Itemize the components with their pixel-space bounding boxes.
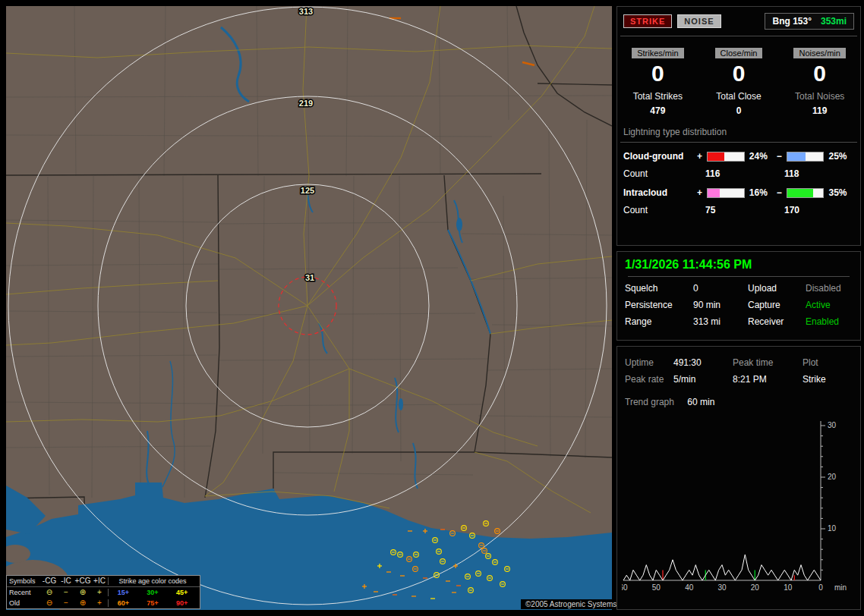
intracloud-neg-count: 170 [784, 205, 799, 215]
svg-text:0: 0 [818, 583, 823, 592]
age-code-75: 75+ [138, 599, 168, 607]
upload-value: Disabled [806, 283, 853, 294]
strike-stats-panel: STRIKE NOISE Bng 153° 353mi Strikes/min … [616, 6, 861, 246]
capture-value: Active [806, 300, 853, 310]
age-code-45: 45+ [167, 589, 197, 596]
legend-row-old: Old [7, 599, 41, 607]
squelch-label: Squelch [625, 283, 693, 294]
intracloud-pos-bar [707, 188, 744, 198]
persistence-label: Persistence [625, 300, 693, 310]
minus-sign: − [774, 151, 784, 162]
status-row: Persistence 90 min Capture Active [625, 300, 853, 310]
total-close-value: 0 [698, 105, 780, 116]
cloud-ground-count-row: Count 116 118 [617, 168, 860, 179]
trend-graph-label: Trend graph [625, 397, 674, 407]
intracloud-pos-count: 75 [705, 205, 784, 215]
uptime-value: 491:30 [673, 357, 733, 368]
uptime-label: Uptime [625, 357, 673, 368]
age-code-30: 30+ [138, 589, 168, 596]
cloud-ground-neg-count: 118 [784, 168, 799, 179]
range-label: Range [625, 316, 693, 327]
plot-label: Plot [803, 357, 853, 368]
total-strikes-value: 479 [617, 105, 698, 116]
bearing-distance: 353mi [821, 16, 847, 27]
divider [620, 36, 857, 36]
old-pos-cg-symbol: ⊕ [74, 599, 91, 607]
plus-sign: + [695, 187, 705, 198]
bar-fill [708, 152, 724, 161]
legend-symbols-title: Symbols [7, 577, 41, 585]
intracloud-count-row: Count 75 170 [617, 205, 860, 215]
noises-per-min-label: Noises/min [793, 48, 845, 58]
noises-per-min-group: Noises/min 0 [779, 46, 860, 86]
peak-time-value: 8:21 PM [733, 374, 803, 385]
copyright-text: ©2005 Astrogenic Systems [521, 599, 621, 609]
recent-neg-cg-symbol: ⊖ [41, 589, 58, 596]
upload-label: Upload [748, 283, 806, 294]
trend-graph-header: Trend graph 60 min [625, 397, 853, 407]
symbols-legend: Symbols -CG -IC +CG +IC Strike age color… [6, 575, 200, 609]
cloud-ground-neg-pct: 25% [828, 151, 854, 162]
recent-neg-ic-symbol: − [58, 589, 74, 596]
divider [628, 276, 850, 277]
stat-row: Uptime 491:30 Peak time Plot [625, 357, 853, 368]
status-row: Squelch 0 Upload Disabled [625, 283, 853, 294]
ring-label-219: 219 [299, 99, 313, 108]
capture-label: Capture [748, 300, 806, 310]
svg-text:30: 30 [717, 583, 727, 592]
svg-text:30: 30 [828, 421, 837, 429]
recent-pos-cg-symbol: ⊕ [74, 589, 91, 596]
intracloud-neg-pct: 35% [828, 187, 854, 198]
svg-text:20: 20 [828, 473, 837, 481]
svg-text:50: 50 [652, 583, 661, 592]
datetime-display: 1/31/2026 11:44:56 PM [625, 258, 853, 272]
legend-col-pos-cg: +CG [74, 577, 91, 585]
distribution-heading: Lightning type distribution [623, 127, 854, 137]
count-label: Count [623, 205, 705, 215]
svg-text:20: 20 [751, 583, 760, 592]
old-pos-ic-symbol: + [91, 599, 108, 607]
svg-text:min: min [834, 583, 847, 592]
svg-text:40: 40 [685, 583, 694, 592]
divider [620, 142, 857, 143]
intracloud-pos-pct: 16% [749, 187, 775, 198]
trend-graph: 3020106050403020100min [622, 420, 850, 598]
status-row: Range 313 mi Receiver Enabled [625, 316, 853, 327]
strikes-per-min-group: Strikes/min 0 [617, 46, 698, 86]
recent-pos-ic-symbol: + [91, 589, 108, 596]
legend-age-title: Strike age color codes [109, 577, 197, 585]
legend-col-pos-ic: +IC [91, 577, 108, 585]
bar-fill [787, 189, 813, 197]
bar-fill [787, 152, 806, 161]
map-canvas[interactable]: 313 219 125 31 [6, 6, 612, 610]
peak-rate-value: 5/min [673, 374, 733, 385]
age-code-15: 15+ [109, 589, 138, 596]
squelch-value: 0 [693, 283, 748, 294]
legend-col-neg-cg: -CG [41, 577, 58, 585]
total-strikes-label: Total Strikes [617, 91, 698, 102]
strike-button[interactable]: STRIKE [623, 14, 672, 28]
svg-text:60: 60 [622, 583, 628, 592]
close-per-min-group: Close/min 0 [698, 46, 780, 86]
ring-label-31: 31 [305, 273, 314, 282]
legend-col-neg-ic: -IC [58, 577, 74, 585]
intracloud-row: Intracloud + 16% − 35% [617, 187, 860, 198]
noise-button[interactable]: NOISE [677, 14, 721, 28]
total-close-label: Total Close [698, 91, 780, 102]
total-noises-label: Total Noises [779, 91, 860, 102]
strikes-per-min-value: 0 [617, 61, 698, 86]
close-per-min-label: Close/min [715, 48, 763, 58]
age-code-60: 60+ [109, 599, 138, 607]
bearing-label: Bng 153° [772, 16, 811, 27]
trend-panel: Uptime 491:30 Peak time Plot Peak rate 5… [616, 346, 861, 610]
stat-row: Peak rate 5/min 8:21 PM Strike [625, 374, 853, 385]
close-per-min-value: 0 [698, 61, 780, 86]
range-value: 313 mi [693, 316, 748, 327]
svg-text:10: 10 [828, 524, 837, 533]
svg-text:10: 10 [784, 583, 793, 592]
total-strikes-group: Total Strikes 479 [617, 91, 698, 116]
persistence-value: 90 min [693, 300, 748, 310]
total-noises-value: 119 [779, 105, 860, 116]
minus-sign: − [774, 187, 784, 198]
old-neg-cg-symbol: ⊖ [41, 599, 58, 607]
